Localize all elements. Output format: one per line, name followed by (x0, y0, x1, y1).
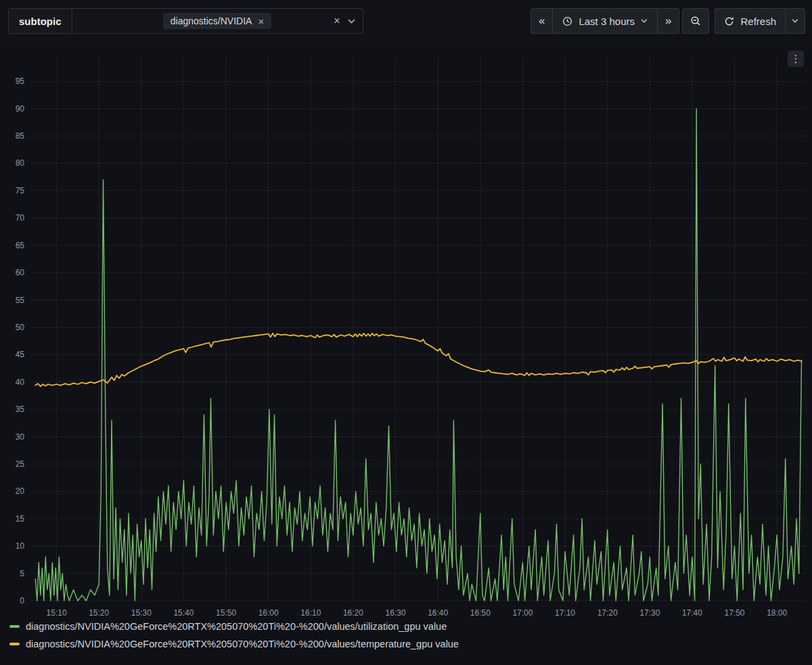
y-tick-label: 95 (16, 76, 25, 86)
temperature-gpu-line (35, 334, 801, 386)
x-tick-label: 17:10 (555, 608, 575, 618)
legend-swatch-icon (9, 643, 20, 645)
refresh-split-button: Refresh (715, 8, 805, 34)
timeseries-panel: ⋮ 15:1015:2015:3015:4015:5016:0016:1016:… (0, 42, 812, 665)
x-tick-label: 15:20 (89, 608, 109, 618)
time-shift-back-button[interactable]: « (531, 8, 553, 34)
y-tick-label: 5 (20, 569, 24, 578)
y-tick-label: 75 (16, 186, 25, 196)
x-tick-label: 17:40 (682, 608, 702, 618)
x-tick-label: 17:50 (724, 608, 744, 618)
x-tick-label: 16:40 (428, 608, 448, 618)
y-tick-label: 15 (16, 514, 25, 524)
legend-label: diagnostics/NVIDIA%20GeForce%20RTX%20507… (26, 639, 459, 649)
x-tick-label: 16:00 (258, 608, 279, 618)
y-tick-label: 55 (16, 296, 25, 305)
zoom-out-button[interactable] (682, 8, 709, 34)
dashboard-toolbar: subtopic diagnostics/NVIDIA × × « Last 3… (0, 0, 812, 42)
y-tick-label: 65 (16, 241, 25, 250)
variable-selector: subtopic diagnostics/NVIDIA × × (8, 8, 363, 34)
timeseries-chart[interactable]: 15:1015:2015:3015:4015:5016:0016:1016:20… (0, 42, 812, 622)
refresh-button[interactable]: Refresh (715, 8, 785, 34)
variable-chip-label: diagnostics/NVIDIA (171, 16, 252, 26)
x-tick-label: 16:10 (300, 608, 321, 618)
x-tick-label: 15:50 (216, 608, 236, 618)
y-tick-label: 50 (16, 323, 25, 332)
x-tick-label: 15:40 (173, 608, 194, 618)
y-tick-label: 70 (16, 213, 25, 223)
refresh-label: Refresh (740, 16, 776, 27)
variable-picker-tools: × (334, 16, 355, 26)
clear-selection-icon[interactable]: × (334, 16, 340, 26)
legend-item[interactable]: diagnostics/NVIDIA%20GeForce%20RTX%20507… (9, 621, 459, 632)
y-tick-label: 45 (16, 350, 25, 359)
clock-icon (562, 16, 572, 26)
time-controls: « Last 3 hours » Refresh (531, 8, 805, 34)
y-tick-label: 10 (16, 541, 25, 551)
chip-remove-icon[interactable]: × (258, 16, 264, 26)
time-range-picker-button[interactable]: Last 3 hours (553, 8, 658, 34)
chevron-down-icon (641, 19, 648, 23)
x-tick-label: 17:00 (512, 608, 533, 618)
refresh-icon (724, 16, 734, 26)
y-tick-label: 0 (20, 596, 24, 605)
y-tick-label: 25 (16, 459, 25, 469)
time-range-label: Last 3 hours (579, 16, 635, 27)
y-tick-label: 60 (16, 268, 25, 277)
panel-menu-button[interactable]: ⋮ (788, 51, 804, 67)
variable-picker[interactable]: diagnostics/NVIDIA × × (72, 8, 363, 34)
y-tick-label: 30 (16, 432, 25, 442)
y-tick-label: 40 (16, 377, 25, 387)
y-tick-label: 90 (16, 104, 25, 114)
x-tick-label: 16:30 (386, 608, 406, 618)
y-tick-label: 35 (16, 405, 25, 414)
variable-chip[interactable]: diagnostics/NVIDIA × (163, 13, 271, 29)
x-tick-label: 18:00 (767, 608, 787, 618)
y-tick-label: 20 (16, 486, 25, 496)
x-tick-label: 16:20 (343, 608, 363, 618)
legend-label: diagnostics/NVIDIA%20GeForce%20RTX%20507… (26, 621, 447, 632)
zoom-out-icon (690, 16, 701, 26)
chevron-down-icon[interactable] (348, 19, 355, 24)
refresh-interval-dropdown[interactable] (785, 8, 805, 34)
y-tick-label: 80 (16, 158, 25, 168)
chart-legend: diagnostics/NVIDIA%20GeForce%20RTX%20507… (9, 621, 459, 649)
legend-swatch-icon (9, 625, 20, 628)
x-tick-label: 16:50 (470, 608, 491, 618)
x-tick-label: 17:20 (597, 608, 618, 618)
time-shift-forward-button[interactable]: » (658, 8, 679, 34)
y-tick-label: 85 (16, 131, 25, 141)
x-tick-label: 15:30 (131, 608, 152, 618)
legend-item[interactable]: diagnostics/NVIDIA%20GeForce%20RTX%20507… (9, 639, 459, 649)
x-tick-label: 15:10 (47, 608, 67, 618)
chevron-down-icon (792, 19, 798, 23)
x-tick-label: 17:30 (639, 608, 660, 618)
variable-label: subtopic (8, 8, 72, 34)
